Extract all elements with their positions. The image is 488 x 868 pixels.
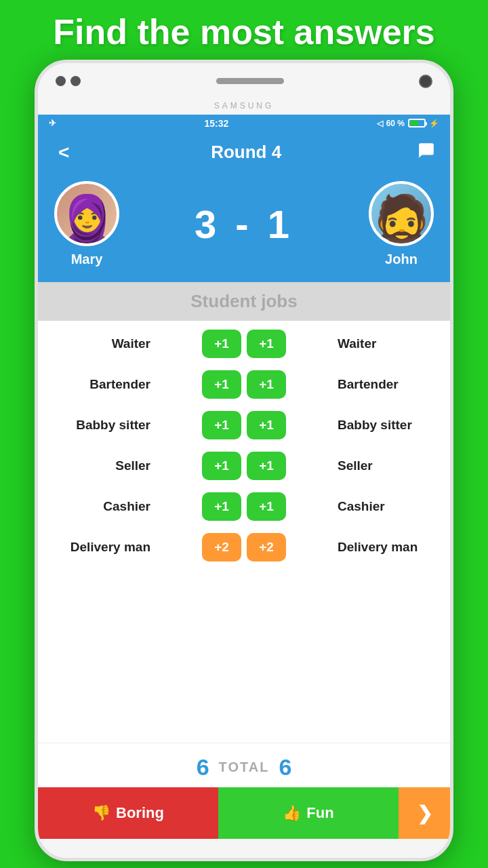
totals-section: 6 TOTAL 6 [38, 743, 450, 787]
front-camera [419, 75, 432, 88]
score-badges: +1 +1 [202, 370, 286, 399]
badge-left: +1 [202, 492, 241, 521]
badge-right: +1 [247, 411, 286, 439]
score-badges: +1 +1 [202, 330, 286, 358]
answer-left-text: Babby sitter [50, 418, 150, 433]
total-label: TOTAL [219, 760, 270, 775]
answer-row: Cashier +1 +1 Cashier [38, 486, 450, 527]
badge-right: +1 [247, 330, 286, 358]
badge-left: +1 [202, 330, 241, 358]
bottom-buttons: 👎 Boring 👍 Fun ❯ [38, 787, 450, 839]
score-badges: +2 +2 [202, 533, 286, 561]
score-badges: +1 +1 [202, 452, 286, 480]
battery-icon [408, 119, 426, 127]
chat-button[interactable] [418, 142, 435, 163]
boring-label: Boring [116, 804, 164, 822]
badge-right: +2 [247, 533, 286, 561]
airplane-icon: ✈ [49, 118, 56, 128]
status-bar: ✈ 15:32 ◁ 60 % ⚡ [38, 115, 450, 132]
answer-row: Babby sitter +1 +1 Babby sitter [38, 405, 450, 446]
answer-left-text: Bartender [50, 377, 150, 392]
answer-right-text: Waiter [338, 336, 438, 351]
total-left: 6 [197, 754, 209, 781]
camera-area [56, 76, 81, 86]
battery-percent: 60 % [386, 119, 405, 128]
answer-right-text: Bartender [338, 377, 438, 392]
badge-right: +1 [247, 492, 286, 521]
status-left: ✈ [49, 118, 56, 128]
answer-right-text: Cashier [338, 499, 438, 514]
back-button[interactable]: < [53, 139, 75, 166]
avatar-john: 🧔 [369, 181, 434, 246]
thumbs-down-icon: 👎 [92, 804, 110, 822]
total-right: 6 [279, 754, 291, 781]
score-badges: +1 +1 [202, 492, 286, 521]
answer-right-text: Babby sitter [338, 418, 438, 433]
next-button[interactable]: ❯ [399, 787, 450, 839]
marketing-header: Find the most answers [26, 0, 462, 60]
badge-right: +1 [247, 452, 286, 480]
badge-left: +1 [202, 452, 241, 480]
answer-row: Seller +1 +1 Seller [38, 446, 450, 486]
player-right: 🧔 John [369, 181, 434, 267]
category-header: Student jobs [38, 282, 450, 321]
badge-right: +1 [247, 370, 286, 399]
speaker-bar [216, 78, 284, 84]
round-title: Round 4 [211, 142, 281, 163]
header-title: Find the most answers [53, 12, 434, 53]
category-title: Student jobs [190, 291, 297, 311]
player-left-name: Mary [71, 252, 103, 267]
status-right: ◁ 60 % ⚡ [377, 119, 439, 128]
charge-icon: ⚡ [429, 119, 439, 128]
answer-left-text: Delivery man [50, 540, 150, 555]
answers-list: Waiter +1 +1 Waiter Bartender +1 +1 Bart… [38, 321, 450, 743]
phone-hardware-bottom [38, 839, 450, 858]
phone-frame: SAMSUNG ✈ 15:32 ◁ 60 % ⚡ < Round 4 [35, 60, 453, 861]
answer-left-text: Seller [50, 458, 150, 473]
score-separator: - [235, 202, 267, 246]
answer-row: Waiter +1 +1 Waiter [38, 323, 450, 364]
badge-left: +2 [202, 533, 241, 561]
game-content: Student jobs Waiter +1 +1 Waiter Bartend… [38, 282, 450, 787]
score-display: 3 - 1 [195, 201, 293, 247]
avatar-mary: 🧕 [54, 181, 119, 246]
fun-button[interactable]: 👍 Fun [218, 787, 399, 839]
score-badges: +1 +1 [202, 411, 286, 439]
answer-right-text: Seller [338, 458, 438, 473]
answer-left-text: Waiter [50, 336, 150, 351]
badge-left: +1 [202, 411, 241, 439]
app-header: < Round 4 [38, 132, 450, 176]
answer-left-text: Cashier [50, 499, 150, 514]
player-right-name: John [385, 252, 418, 267]
next-icon: ❯ [417, 802, 432, 825]
answer-row: Bartender +1 +1 Bartender [38, 364, 450, 405]
camera-dot2 [70, 76, 81, 86]
boring-button[interactable]: 👎 Boring [38, 787, 218, 839]
answer-right-text: Delivery man [338, 540, 438, 555]
thumbs-up-icon: 👍 [283, 804, 301, 822]
player-left: 🧕 Mary [54, 181, 119, 267]
camera-dot [56, 76, 66, 86]
badge-left: +1 [202, 370, 241, 399]
status-time: 15:32 [204, 118, 228, 129]
score-section: 🧕 Mary 3 - 1 🧔 John [38, 176, 450, 282]
location-icon: ◁ [377, 119, 383, 128]
answer-row: Delivery man +2 +2 Delivery man [38, 527, 450, 568]
phone-hardware-top [38, 63, 450, 100]
samsung-label: SAMSUNG [38, 100, 450, 115]
fun-label: Fun [306, 804, 333, 822]
